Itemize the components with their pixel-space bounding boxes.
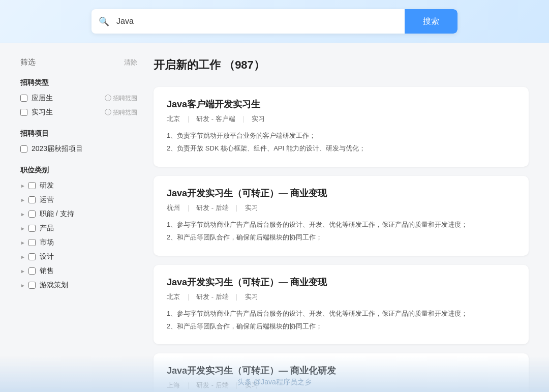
job-meta-0: 北京 ｜ 研发 - 客户端 ｜ 实习	[167, 114, 515, 124]
category-design[interactable]: ► 设计	[20, 252, 137, 261]
sidebar-title: 筛选	[20, 57, 36, 67]
job-meta-3: 上海 ｜ 研发 - 后端 ｜ 实习	[167, 381, 515, 390]
category-game[interactable]: ► 游戏策划	[20, 281, 137, 290]
job-title-3: Java开发实习生（可转正）— 商业化研发	[167, 365, 515, 377]
scope-icon: ⓘ	[105, 94, 111, 103]
filter-section-recruit-project: 招聘项目 2023届秋招项目	[20, 129, 137, 154]
arrow-design: ►	[20, 254, 25, 260]
category-product[interactable]: ► 产品	[20, 224, 137, 233]
sidebar: 筛选 清除 招聘类型 应届生 ⓘ 招聘范围 实习生 ⓘ 招聘范围	[20, 57, 137, 392]
category-ops[interactable]: ► 运营	[20, 195, 137, 204]
scope-icon-intern: ⓘ	[105, 108, 111, 117]
category-rd[interactable]: ► 研发	[20, 181, 137, 190]
title-text: 开启新的工作	[154, 58, 221, 71]
fresh-grad-label: 应届生	[32, 94, 53, 103]
filter-item-2023[interactable]: 2023届秋招项目	[20, 144, 137, 154]
filter-item-intern[interactable]: 实习生 ⓘ 招聘范围	[20, 108, 137, 117]
search-icon: 🔍	[92, 16, 116, 27]
ops-label: 运营	[40, 195, 54, 204]
search-button[interactable]: 搜索	[405, 9, 458, 34]
arrow-rd: ►	[20, 183, 25, 189]
recruit-project-title: 招聘项目	[20, 129, 137, 138]
fresh-grad-scope: ⓘ 招聘范围	[105, 94, 137, 103]
header: 🔍 搜索	[0, 0, 549, 43]
checkbox-fresh-grad[interactable]	[20, 95, 27, 102]
checkbox-market[interactable]	[28, 239, 36, 246]
category-market[interactable]: ► 市场	[20, 238, 137, 247]
content: 开启新的工作 （987） Java客户端开发实习生 北京 ｜ 研发 - 客户端 …	[154, 57, 529, 392]
sidebar-header: 筛选 清除	[20, 57, 137, 67]
checkbox-design[interactable]	[28, 253, 36, 260]
checkbox-2023[interactable]	[20, 145, 27, 153]
job-card-1[interactable]: Java开发实习生（可转正）— 商业变现 杭州 ｜ 研发 - 后端 ｜ 实习 1…	[154, 176, 529, 256]
checkbox-support[interactable]	[28, 210, 36, 218]
arrow-game: ►	[20, 283, 25, 288]
content-title: 开启新的工作 （987）	[154, 57, 529, 73]
arrow-ops: ►	[20, 197, 25, 203]
filter-item-fresh-grad[interactable]: 应届生 ⓘ 招聘范围	[20, 94, 137, 103]
intern-scope: ⓘ 招聘范围	[105, 108, 137, 117]
job-title-2: Java开发实习生（可转正）— 商业变现	[167, 276, 515, 288]
support-label: 职能 / 支持	[40, 209, 74, 219]
arrow-product: ►	[20, 226, 25, 231]
job-title-0: Java客户端开发实习生	[167, 98, 515, 110]
job-title-1: Java开发实习生（可转正）— 商业变现	[167, 187, 515, 199]
arrow-sales: ►	[20, 268, 25, 274]
recruit-type-title: 招聘类型	[20, 78, 137, 87]
checkbox-rd[interactable]	[28, 182, 36, 189]
checkbox-intern[interactable]	[20, 109, 27, 116]
job-card-2[interactable]: Java开发实习生（可转正）— 商业变现 北京 ｜ 研发 - 后端 ｜ 实习 1…	[154, 265, 529, 345]
job-desc-1: 1、参与字节跳动商业广告产品后台服务的设计、开发、优化等研发工作，保证产品的质量…	[167, 219, 515, 244]
job-card-3[interactable]: Java开发实习生（可转正）— 商业化研发 上海 ｜ 研发 - 后端 ｜ 实习 …	[154, 353, 529, 392]
clear-button[interactable]: 清除	[124, 58, 137, 67]
search-input[interactable]	[116, 10, 405, 33]
checkbox-product[interactable]	[28, 225, 36, 232]
category-sales[interactable]: ► 销售	[20, 266, 137, 276]
market-label: 市场	[40, 238, 54, 247]
job-category-title: 职位类别	[20, 166, 137, 175]
game-label: 游戏策划	[40, 281, 68, 290]
search-bar: 🔍 搜索	[92, 9, 458, 34]
filter-section-job-category: 职位类别 ► 研发 ► 运营 ► 职能 / 支持 ► 产品	[20, 166, 137, 290]
checkbox-sales[interactable]	[28, 267, 36, 275]
intern-label: 实习生	[32, 108, 53, 117]
checkbox-game[interactable]	[28, 282, 36, 289]
job-meta-1: 杭州 ｜ 研发 - 后端 ｜ 实习	[167, 203, 515, 213]
job-card-0[interactable]: Java客户端开发实习生 北京 ｜ 研发 - 客户端 ｜ 实习 1、负责字节跳动…	[154, 87, 529, 167]
filter-section-recruit-type: 招聘类型 应届生 ⓘ 招聘范围 实习生 ⓘ 招聘范围	[20, 78, 137, 117]
job-desc-2: 1、参与字节跳动商业广告产品后台服务的设计、开发、优化等研发工作，保证产品的质量…	[167, 308, 515, 333]
job-meta-2: 北京 ｜ 研发 - 后端 ｜ 实习	[167, 292, 515, 301]
checkbox-ops[interactable]	[28, 196, 36, 203]
job-desc-0: 1、负责字节跳动开放平台业务的客户端研发工作； 2、负责开放 SDK 核心框架、…	[167, 130, 515, 155]
sales-label: 销售	[40, 266, 54, 276]
2023-label: 2023届秋招项目	[32, 144, 83, 154]
rd-label: 研发	[40, 181, 54, 190]
category-support[interactable]: ► 职能 / 支持	[20, 209, 137, 219]
main-container: 筛选 清除 招聘类型 应届生 ⓘ 招聘范围 实习生 ⓘ 招聘范围	[10, 43, 539, 392]
design-label: 设计	[40, 252, 54, 261]
arrow-market: ►	[20, 240, 25, 246]
result-count: 987	[235, 58, 254, 71]
product-label: 产品	[40, 224, 54, 233]
arrow-support: ►	[20, 212, 25, 217]
